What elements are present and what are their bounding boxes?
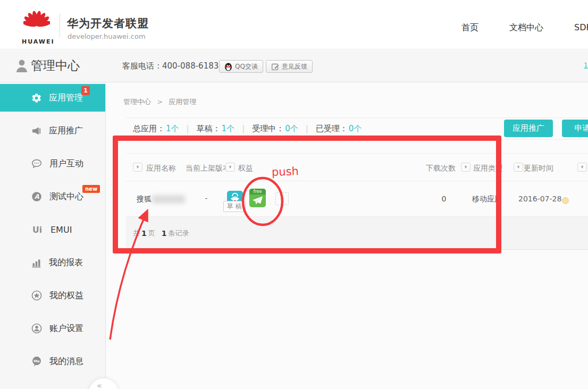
feedback-button[interactable]: 意见反馈 [266, 60, 313, 73]
sidebar-item-user-interaction[interactable]: 用户互动 [0, 150, 105, 177]
table-header-row: ▾ 应用名称 当前上架版本 ▾ 权益 下载次数 ▾ 应用类型 ▾ 更新时间 ▾ [126, 153, 588, 181]
app-type-cell: 移动应用 [472, 194, 502, 204]
app-count-badge: 1 [81, 86, 90, 95]
sidebar-label: 应用管理 [49, 92, 83, 104]
free-label: free [249, 189, 266, 194]
app-name-cell[interactable]: 搜狐 [137, 194, 185, 204]
sidebar-label: 账户设置 [49, 323, 83, 334]
filter-caret-benefits[interactable]: ▾ [225, 163, 235, 172]
stat-accepted-value: 0 [349, 124, 354, 133]
sidebar-item-my-messages[interactable]: Me 我的消息 [0, 348, 105, 375]
pages-prefix: 共 [133, 229, 140, 238]
col-current-version: 当前上架版本 [186, 164, 230, 173]
stat-total-label: 总应用： [133, 124, 165, 134]
table-row[interactable]: 搜狐 - [126, 181, 588, 217]
svg-text:Me: Me [33, 359, 40, 363]
sidebar-item-app-promotion[interactable]: 应用推广 [0, 117, 105, 145]
app-name-blur [152, 195, 185, 204]
svg-text:Ui: Ui [32, 225, 42, 235]
action-buttons: 应用推广 申请首 [504, 120, 588, 137]
col-benefits: 权益 [238, 164, 253, 173]
brand-title: 华为开发者联盟 [67, 16, 149, 31]
sidebar-item-app-management[interactable]: 应用管理 1 [0, 84, 105, 112]
app-table: ▾ 应用名称 当前上架版本 ▾ 权益 下载次数 ▾ 应用类型 ▾ 更新时间 ▾ … [126, 153, 588, 250]
gear-icon [31, 92, 42, 104]
sidebar-label: 用户互动 [49, 158, 83, 170]
nav-sdk[interactable]: SDK [574, 22, 588, 33]
sidebar-item-my-reports[interactable]: 我的报表 [0, 249, 105, 276]
qq-chat-label: QQ交谈 [235, 62, 258, 71]
downloads-cell: 0 [433, 194, 455, 203]
sidebar-item-test-center[interactable]: A 测试中心 new [0, 183, 105, 210]
sidebar: 应用管理 1 应用推广 用户互动 A 测试中心 [0, 82, 106, 389]
huawei-logo-icon [23, 7, 50, 31]
paper-plane-icon [251, 195, 264, 206]
apply-featured-button[interactable]: 申请首 [562, 120, 588, 137]
brand-subtitle: developer.huawei.com [68, 32, 146, 40]
top-header: HUAWEI 华为开发者联盟 developer.huawei.com 首页 文… [0, 0, 588, 49]
message-icon: Me [31, 356, 43, 367]
update-time-cell: 2016-07-28 [518, 194, 561, 203]
filter-caret-app-name[interactable]: ▾ [133, 163, 142, 172]
main-content: 管理中心 > 应用管理 总应用：1个 | 草稿：1个 | 受理中：0个 | 已受… [106, 82, 588, 389]
breadcrumb-home[interactable]: 管理中心 [123, 98, 151, 106]
col-update-time: 更新时间 [524, 164, 553, 173]
stat-processing-label: 受理中： [252, 124, 284, 134]
filter-caret-status[interactable]: ▾ [577, 163, 587, 172]
breadcrumb-separator: > [157, 98, 163, 106]
qq-chat-button[interactable]: QQ交谈 [219, 60, 263, 73]
col-downloads: 下载次数 [426, 164, 456, 173]
stat-draft-label: 草稿： [197, 124, 221, 134]
pages-count: 1 [141, 229, 147, 238]
new-badge: new [82, 185, 100, 193]
nav-docs[interactable]: 文档中心 [509, 22, 543, 33]
sidebar-label: 我的报表 [49, 257, 83, 268]
sidebar-item-account-settings[interactable]: 账户设置 [0, 315, 105, 342]
sidebar-label: 测试中心 [49, 191, 83, 202]
service-phone: 客服电话：400-088-6183 [122, 61, 219, 71]
stat-total-value: 1 [166, 124, 171, 133]
sidebar-label: 我的消息 [49, 356, 83, 367]
breadcrumb: 管理中心 > 应用管理 [123, 97, 196, 107]
page-title: 管理中心 [31, 57, 80, 74]
filter-caret-update-time[interactable]: ▾ [514, 163, 523, 172]
feedback-pencil-icon [271, 63, 279, 71]
app-promotion-button[interactable]: 应用推广 [504, 120, 553, 137]
col-app-type: 应用类型 [473, 164, 503, 173]
top-nav: 首页 文档中心 SDK [461, 22, 588, 33]
sidebar-label: EMUI [51, 225, 72, 235]
brand-divider [60, 14, 60, 37]
add-benefit-placeholder[interactable]: + [275, 192, 289, 205]
sidebar-label: 应用推广 [49, 125, 83, 137]
chat-bubble-icon [31, 158, 43, 170]
feedback-label: 意见反馈 [282, 62, 307, 71]
stat-processing-value: 0 [285, 124, 290, 133]
version-cell: - [203, 194, 209, 202]
svg-text:A: A [34, 193, 39, 200]
draft-status-badge: 草 稿 [223, 201, 246, 212]
collapse-chevrons-icon: « [97, 380, 102, 389]
filter-caret-app-type[interactable]: ▾ [461, 163, 471, 172]
bar-chart-icon [31, 257, 42, 268]
status-dot [562, 197, 569, 204]
user-silhouette-icon [16, 59, 28, 73]
records-count: 1 [162, 229, 167, 238]
edge-link-fragment[interactable]: 1 [584, 62, 588, 69]
test-center-icon: A [31, 191, 43, 202]
free-push-icon: free [249, 189, 266, 207]
megaphone-icon [31, 125, 42, 137]
stat-draft-value: 1 [222, 124, 227, 133]
nav-home[interactable]: 首页 [461, 22, 478, 33]
account-icon [31, 323, 43, 334]
qq-penguin-icon [224, 62, 232, 71]
sidebar-item-emui[interactable]: Ui EMUI [0, 216, 105, 243]
sidebar-label: 我的权益 [49, 290, 83, 301]
subheader: 管理中心 客服电话：400-088-6183 QQ交谈 意见反馈 1 [0, 50, 588, 82]
sidebar-item-my-benefits[interactable]: 我的权益 [0, 282, 105, 309]
huawei-logo-text: HUAWEI [22, 38, 55, 45]
emui-icon: Ui [31, 224, 44, 235]
stat-accepted-label: 已受理： [316, 124, 348, 134]
star-circle-icon [31, 290, 43, 301]
breadcrumb-current: 应用管理 [169, 98, 196, 106]
col-app-name: 应用名称 [146, 164, 176, 173]
